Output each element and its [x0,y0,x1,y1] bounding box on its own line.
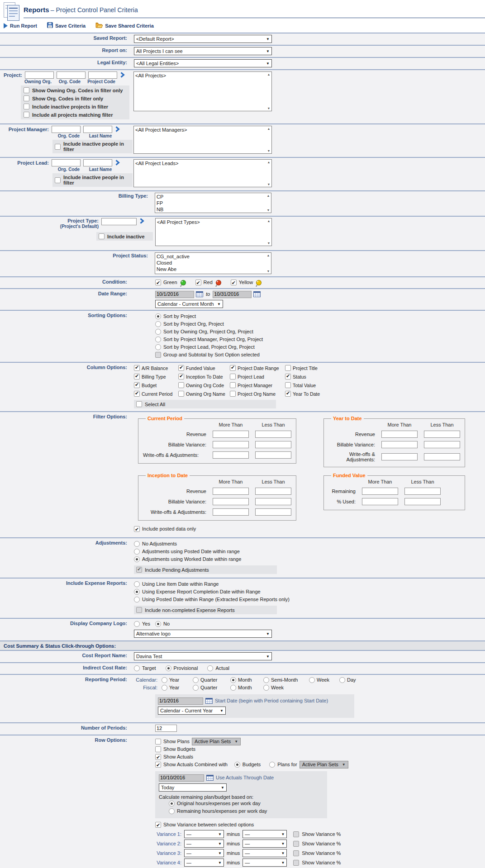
ytd-revenue-more-input[interactable] [381,431,418,438]
col-project-org-name-checkbox[interactable] [230,391,236,397]
col-total-value-checkbox[interactable] [285,382,291,388]
project-listbox[interactable]: <All Projects> ▲▼ [133,71,272,111]
cp-billable-variance-less-input[interactable] [255,441,291,448]
scroll-down-icon[interactable]: ▼ [267,149,271,152]
cp-writeoffs-less-input[interactable] [255,451,291,459]
variance-4-second-select[interactable]: —▼ [242,859,287,867]
sort-by-project-radio[interactable] [155,313,161,319]
variance-3-first-select[interactable]: —▼ [184,849,224,857]
adjustments-posted-date-radio[interactable] [134,549,140,555]
project-owning-org-input[interactable] [25,71,54,79]
project-manager-filter-arrow-icon[interactable] [115,126,120,133]
legal-entity-select[interactable]: <All Legal Entities>▼ [134,59,272,67]
rp-cal-quarter-radio[interactable] [193,677,199,683]
project-org-code-input[interactable] [57,71,86,79]
expense-completion-date-radio[interactable] [134,589,140,595]
variance-1-second-select[interactable]: —▼ [242,830,287,838]
calendar-icon[interactable] [196,291,203,297]
ytd-billable-variance-less-input[interactable] [424,441,460,448]
use-actuals-through-date-input[interactable] [159,774,204,782]
rp-fis-month-radio[interactable] [230,685,236,691]
run-report-button[interactable]: Run Report [4,23,37,28]
date-range-preset-select[interactable]: Calendar - Current Month▼ [155,300,223,308]
pm-include-inactive-checkbox[interactable] [55,144,61,150]
project-type-input[interactable] [101,218,137,225]
variance-4-show-pct-checkbox[interactable] [293,860,299,866]
variance-2-second-select[interactable]: —▼ [242,840,287,848]
itd-billable-variance-less-input[interactable] [255,498,291,505]
rp-cal-year-radio[interactable] [162,677,167,683]
sort-by-owning-org-radio[interactable] [155,329,161,335]
billing-type-listbox[interactable]: CP FP NB ▲▼ [155,193,271,213]
itd-billable-variance-more-input[interactable] [213,498,249,505]
project-code-input[interactable] [88,71,117,79]
condition-red-checkbox[interactable] [195,280,201,285]
show-owning-org-codes-checkbox[interactable] [24,87,29,93]
list-item[interactable]: Closed [155,260,266,266]
variance-1-show-pct-checkbox[interactable] [293,831,299,837]
calc-original-hours-radio[interactable] [169,801,175,806]
rp-cal-semi-month-radio[interactable] [263,677,269,683]
alternative-logo-select[interactable]: Alternative logo▼ [134,630,272,638]
project-lead-last-name-input[interactable] [83,159,112,166]
col-project-title-checkbox[interactable] [285,365,291,371]
col-project-date-range-checkbox[interactable] [230,365,236,371]
col-funded-value-checkbox[interactable] [178,365,184,371]
variance-3-show-pct-checkbox[interactable] [293,850,299,856]
col-budget-checkbox[interactable] [134,382,140,388]
include-pending-adjustments-checkbox[interactable] [136,567,142,573]
variance-2-first-select[interactable]: —▼ [184,840,224,848]
include-non-completed-expense-checkbox[interactable] [136,607,142,613]
project-lead-filter-arrow-icon[interactable] [115,160,120,166]
calendar-icon[interactable] [205,698,213,704]
rp-cal-month-radio[interactable] [230,677,236,683]
icr-target-radio[interactable] [134,665,140,671]
scroll-up-icon[interactable]: ▲ [267,73,271,76]
rp-fis-year-radio[interactable] [162,685,167,691]
adjustments-worked-date-radio[interactable] [134,556,140,562]
ytd-writeoffs-more-input[interactable] [381,453,418,460]
show-plans-checkbox[interactable] [155,739,161,745]
fv-pct-used-less-input[interactable] [404,498,441,505]
expense-posted-date-radio[interactable] [134,597,140,602]
itd-writeoffs-more-input[interactable] [213,508,249,516]
cp-revenue-more-input[interactable] [213,431,249,438]
cp-billable-variance-more-input[interactable] [213,441,249,448]
date-range-from-input[interactable] [155,291,194,298]
project-type-filter-arrow-icon[interactable] [139,218,144,225]
scroll-down-icon[interactable]: ▼ [267,242,271,245]
reporting-period-start-date-input[interactable] [158,697,203,705]
number-of-periods-input[interactable] [155,725,177,732]
ytd-revenue-less-input[interactable] [424,431,460,438]
fv-remaining-less-input[interactable] [404,488,441,495]
col-current-period-checkbox[interactable] [134,391,140,397]
col-status-checkbox[interactable] [285,374,291,379]
variance-1-first-select[interactable]: —▼ [184,830,224,838]
list-item[interactable]: <All Projects> [134,72,266,79]
col-project-manager-checkbox[interactable] [230,382,236,388]
show-budgets-checkbox[interactable] [155,746,161,752]
list-item[interactable]: <All Project Leads> [134,160,266,166]
project-type-include-inactive-checkbox[interactable] [99,233,105,239]
logo-no-radio[interactable] [155,621,161,627]
col-project-lead-checkbox[interactable] [230,374,236,379]
save-shared-criteria-button[interactable]: Save Shared Criteria [95,22,154,29]
cp-revenue-less-input[interactable] [255,431,291,438]
reporting-period-preset-select[interactable]: Calendar - Current Year▼ [158,707,226,715]
list-item[interactable]: New Abe [155,266,266,272]
rp-cal-day-radio[interactable] [339,677,345,683]
calendar-icon[interactable] [253,291,261,297]
sort-by-project-lead-radio[interactable] [155,344,161,350]
itd-writeoffs-less-input[interactable] [255,508,291,516]
col-year-to-date-checkbox[interactable] [285,391,291,397]
combined-budgets-radio[interactable] [234,762,240,768]
scroll-up-icon[interactable]: ▲ [267,194,270,197]
include-all-projects-matching-checkbox[interactable] [24,112,29,118]
show-actuals-combined-checkbox[interactable] [155,762,161,768]
icr-provisional-radio[interactable] [166,665,171,671]
project-manager-listbox[interactable]: <All Project Managers> ▲▼ [133,126,272,154]
list-item[interactable]: NB [155,206,266,213]
include-posted-data-checkbox[interactable] [134,526,140,532]
saved-report-select[interactable]: <Default Report>▼ [134,35,272,43]
col-inception-to-date-checkbox[interactable] [178,374,184,379]
